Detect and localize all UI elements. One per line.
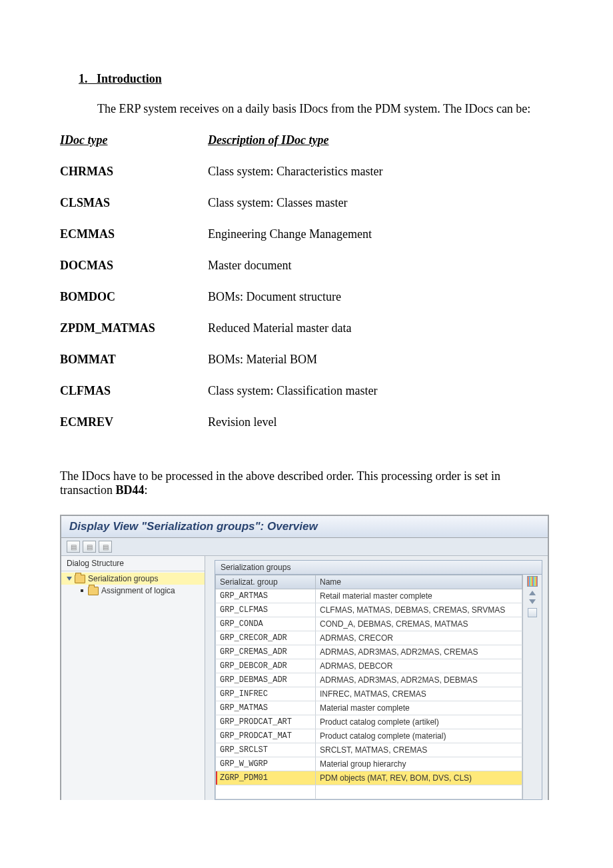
grid-cell-group[interactable]: GRP_DEBMAS_ADR	[216, 673, 316, 687]
grid-cell-group[interactable]: GRP_CONDA	[216, 617, 316, 631]
idoc-header-desc: Description of IDoc type	[208, 133, 392, 165]
sap-toolbar: ▤ ▤ ▤	[61, 538, 548, 556]
grid-cell-name[interactable]: CLFMAS, MATMAS, DEBMAS, CREMAS, SRVMAS	[316, 603, 522, 617]
grid-cell-name[interactable]: INFREC, MATMAS, CREMAS	[316, 687, 522, 701]
grid-cell-name[interactable]: Material master complete	[316, 701, 522, 715]
table-row[interactable]: GRP_PRODCAT_ARTProduct catalog complete …	[216, 715, 522, 729]
dialog-structure-panel: Dialog Structure Serialization groups As…	[61, 556, 205, 800]
idoc-desc-cell: Revision level	[208, 415, 392, 447]
grid-cell-group[interactable]: ZGRP_PDM01	[216, 771, 316, 785]
table-row[interactable]: GRP_CREMAS_ADRADRMAS, ADR3MAS, ADR2MAS, …	[216, 645, 522, 659]
bullet-icon	[81, 589, 83, 592]
idoc-header-type: IDoc type	[60, 133, 208, 165]
idoc-type-cell: ECMMAS	[60, 227, 208, 259]
intro-paragraph: The ERP system receives on a daily basis…	[97, 102, 553, 116]
tree-node-label: Serialization groups	[88, 574, 158, 583]
processing-order-paragraph: The IDocs have to be processed in the ab…	[60, 469, 553, 497]
order-text-suffix: :	[145, 483, 148, 497]
serialization-groups-grid: Serializat. group Name GRP_ARTMASRetail …	[215, 575, 522, 799]
table-row[interactable]: GRP_CONDACOND_A, DEBMAS, CREMAS, MATMAS	[216, 617, 522, 631]
table-row[interactable]: GRP_DEBCOR_ADRADRMAS, DEBCOR	[216, 659, 522, 673]
grid-cell-name[interactable]: ADRMAS, ADR3MAS, ADR2MAS, DEBMAS	[316, 673, 522, 687]
idoc-type-cell: BOMDOC	[60, 290, 208, 321]
table-icon: ▤	[87, 543, 93, 551]
dialog-structure-tree: Serialization groups Assignment of logic…	[61, 571, 205, 598]
folder-open-icon	[75, 575, 85, 583]
table-icon: ▤	[71, 543, 77, 551]
table-row: BOMDOCBOMs: Document structure	[60, 290, 392, 321]
idoc-desc-cell: BOMs: Material BOM	[208, 353, 392, 384]
idoc-desc-cell: Master document	[208, 259, 392, 290]
expand-icon	[67, 577, 72, 581]
table-row[interactable]: GRP_INFRECINFREC, MATMAS, CREMAS	[216, 687, 522, 701]
idoc-desc-cell: Class system: Characteristics master	[208, 165, 392, 196]
idoc-type-cell: ECMREV	[60, 415, 208, 447]
table-row-empty	[216, 785, 522, 799]
grid-cell-group[interactable]: GRP_ARTMAS	[216, 589, 316, 603]
idoc-type-cell: CLSMAS	[60, 196, 208, 227]
table-row[interactable]: GRP_MATMASMaterial master complete	[216, 701, 522, 715]
tree-node-assignment[interactable]: Assignment of logica	[61, 585, 205, 597]
table-icon: ▤	[103, 543, 109, 551]
section-heading: 1. Introduction	[79, 72, 553, 86]
grid-title: Serialization groups	[215, 560, 542, 574]
grid-cell-group[interactable]: GRP_PRODCAT_ART	[216, 715, 316, 729]
table-row: CHRMASClass system: Characteristics mast…	[60, 165, 392, 196]
scroll-up-icon[interactable]	[529, 591, 536, 595]
sap-window-title: Display View "Serialization groups": Ove…	[61, 516, 548, 538]
tree-node-serialization-groups[interactable]: Serialization groups	[61, 573, 205, 585]
grid-cell-name[interactable]: PDM objects (MAT, REV, BOM, DVS, CLS)	[316, 771, 522, 785]
grid-cell-group[interactable]: GRP_MATMAS	[216, 701, 316, 715]
table-row: CLFMASClass system: Classification maste…	[60, 384, 392, 415]
section-title: Introduction	[97, 72, 162, 85]
idoc-type-cell: DOCMAS	[60, 259, 208, 290]
table-row: ECMREVRevision level	[60, 415, 392, 447]
toolbar-button-1[interactable]: ▤	[67, 541, 80, 553]
grid-cell-name[interactable]: ADRMAS, DEBCOR	[316, 659, 522, 673]
grid-cell-name[interactable]: Material group hierarchy	[316, 757, 522, 771]
grid-cell-group[interactable]: GRP_CLFMAS	[216, 603, 316, 617]
grid-cell-group[interactable]: GRP_CRECOR_ADR	[216, 631, 316, 645]
table-row[interactable]: GRP_W_WGRPMaterial group hierarchy	[216, 757, 522, 771]
grid-side-controls	[522, 575, 542, 799]
grid-cell-name[interactable]: Product catalog complete (material)	[316, 729, 522, 743]
table-row[interactable]: GRP_CLFMASCLFMAS, MATMAS, DEBMAS, CREMAS…	[216, 603, 522, 617]
scroll-down-icon[interactable]	[529, 599, 536, 604]
table-row: ZPDM_MATMASReduced Material master data	[60, 321, 392, 353]
table-row: CLSMASClass system: Classes master	[60, 196, 392, 227]
grid-cell-group[interactable]: GRP_W_WGRP	[216, 757, 316, 771]
idoc-type-table: IDoc type Description of IDoc type CHRMA…	[60, 133, 392, 447]
scroll-handle-icon[interactable]	[528, 608, 537, 617]
toolbar-button-3[interactable]: ▤	[99, 541, 112, 553]
grid-cell-group[interactable]: GRP_INFREC	[216, 687, 316, 701]
grid-cell-name[interactable]: COND_A, DEBMAS, CREMAS, MATMAS	[316, 617, 522, 631]
grid-cell-name[interactable]: ADRMAS, CRECOR	[316, 631, 522, 645]
grid-cell-name[interactable]: Product catalog complete (artikel)	[316, 715, 522, 729]
grid-cell-name[interactable]: SRCLST, MATMAS, CREMAS	[316, 743, 522, 757]
grid-cell-group[interactable]: GRP_DEBCOR_ADR	[216, 659, 316, 673]
grid-col-group[interactable]: Serializat. group	[216, 575, 316, 589]
table-row: DOCMASMaster document	[60, 259, 392, 290]
table-row[interactable]: GRP_ARTMASRetail material master complet…	[216, 589, 522, 603]
toolbar-button-2[interactable]: ▤	[83, 541, 96, 553]
grid-cell-group[interactable]: GRP_PRODCAT_MAT	[216, 729, 316, 743]
grid-wrap: Serializat. group Name GRP_ARTMASRetail …	[215, 574, 542, 800]
idoc-desc-cell: Engineering Change Management	[208, 227, 392, 259]
idoc-type-cell: ZPDM_MATMAS	[60, 321, 208, 353]
grid-cell-name[interactable]: Retail material master complete	[316, 589, 522, 603]
document-page: 1. Introduction The ERP system receives …	[0, 0, 613, 827]
configure-columns-icon[interactable]	[527, 576, 538, 587]
table-row[interactable]: GRP_CRECOR_ADRADRMAS, CRECOR	[216, 631, 522, 645]
table-row[interactable]: GRP_SRCLSTSRCLST, MATMAS, CREMAS	[216, 743, 522, 757]
idoc-type-cell: CLFMAS	[60, 384, 208, 415]
section-number: 1.	[79, 72, 88, 85]
table-row: ECMMASEngineering Change Management	[60, 227, 392, 259]
table-row[interactable]: ZGRP_PDM01PDM objects (MAT, REV, BOM, DV…	[216, 771, 522, 785]
grid-col-name[interactable]: Name	[316, 575, 522, 589]
idoc-desc-cell: Class system: Classification master	[208, 384, 392, 415]
grid-cell-name[interactable]: ADRMAS, ADR3MAS, ADR2MAS, CREMAS	[316, 645, 522, 659]
grid-cell-group[interactable]: GRP_CREMAS_ADR	[216, 645, 316, 659]
table-row[interactable]: GRP_DEBMAS_ADRADRMAS, ADR3MAS, ADR2MAS, …	[216, 673, 522, 687]
grid-cell-group[interactable]: GRP_SRCLST	[216, 743, 316, 757]
table-row[interactable]: GRP_PRODCAT_MATProduct catalog complete …	[216, 729, 522, 743]
